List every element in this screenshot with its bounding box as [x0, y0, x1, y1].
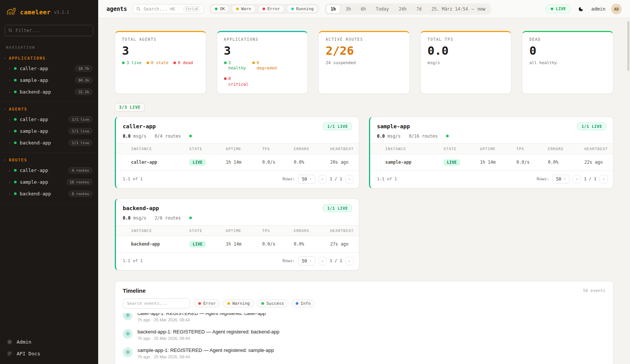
- degraded-dot: [252, 61, 255, 64]
- pager-next-button[interactable]: ›: [345, 175, 354, 183]
- sidebar-item-agents-backend-app[interactable]: › backend-app 1/1 live: [0, 137, 98, 149]
- chevron-down-icon: ▾: [4, 107, 6, 111]
- sidebar-item-label: backend-app: [20, 140, 51, 146]
- rows-per-page-select[interactable]: 50 ▾: [298, 256, 315, 266]
- pager-next-button[interactable]: ›: [345, 257, 354, 265]
- table-row[interactable]: backend-app LIVE 1h 14m 0.0/s 0.0% 27s a…: [116, 236, 359, 252]
- pager-prev-button[interactable]: ‹: [318, 175, 327, 183]
- chevron-down-icon: ▾: [564, 177, 566, 181]
- sidebar-item-api-docs[interactable]: API Docs: [7, 351, 91, 356]
- chevron-down-icon: ▾: [310, 177, 312, 181]
- sidebar-item-routes-backend-app[interactable]: › backend-app 6 routes: [0, 188, 98, 200]
- time-range-1h[interactable]: 1h: [326, 5, 340, 14]
- severity-filter-info[interactable]: Info: [291, 299, 315, 307]
- item-count-badge: 6 routes: [68, 190, 93, 197]
- time-range-6h[interactable]: 6h: [356, 5, 371, 14]
- event-list[interactable]: caller-app-1: REGISTERED — Agent registe…: [115, 313, 613, 364]
- search-icon: [8, 28, 13, 33]
- status-filter-error[interactable]: Error: [258, 5, 284, 13]
- error-status-dot: [262, 8, 265, 10]
- sidebar-item-label: backend-app: [20, 191, 51, 197]
- state-badge: LIVE: [189, 159, 206, 166]
- time-range-3h[interactable]: 3h: [341, 5, 355, 14]
- event-row: caller-app-1: REGISTERED — Agent registe…: [123, 362, 605, 364]
- event-title: caller-app-1: REGISTERED — Agent registe…: [137, 313, 266, 316]
- breakdown-live: 3 live: [127, 60, 142, 65]
- live-badge[interactable]: LIVE: [546, 5, 571, 13]
- chevron-down-icon: ▾: [4, 56, 6, 60]
- result-range: 1-1 of 1: [377, 177, 397, 181]
- user-name: admin: [591, 6, 605, 12]
- stat-card-total-tps: TOTAL TPS 0.0 msg/s: [420, 31, 512, 94]
- stat-subtext: 24 suspended: [326, 60, 403, 65]
- app-name[interactable]: caller-app: [123, 123, 156, 129]
- page-scrollbar[interactable]: [627, 21, 629, 71]
- app-name[interactable]: sample-app: [377, 123, 410, 129]
- column-header: TPS: [258, 143, 290, 154]
- item-count-badge: 1/1 live: [68, 128, 93, 134]
- filter-input[interactable]: [5, 25, 93, 36]
- info-dot: [296, 302, 298, 305]
- avatar[interactable]: AD: [611, 4, 622, 14]
- rows-per-page-select[interactable]: 50 ▾: [552, 175, 570, 184]
- sidebar-item-label: caller-app: [20, 66, 48, 71]
- sidebar-item-agents-sample-app[interactable]: › sample-app 1/1 live: [0, 125, 98, 137]
- nav-section-applications: ▾ APPLICATIONS › caller-app 10.7k › samp…: [0, 51, 98, 102]
- app-name[interactable]: backend-app: [123, 205, 159, 211]
- time-range-today[interactable]: Today: [371, 5, 394, 14]
- admin-label: Admin: [17, 339, 31, 345]
- theme-toggle[interactable]: [576, 5, 585, 14]
- status-filter-warn[interactable]: Warn: [232, 5, 256, 13]
- app-logo[interactable]: cameleer v3.2.1: [0, 0, 98, 23]
- sidebar-item-admin[interactable]: Admin: [7, 339, 91, 345]
- chevron-right-icon: ›: [8, 66, 11, 71]
- severity-filter-success[interactable]: Success: [257, 299, 288, 307]
- api-docs-label: API Docs: [17, 351, 40, 356]
- section-header-applications[interactable]: ▾ APPLICATIONS: [0, 54, 98, 63]
- stat-value: 2/26: [326, 45, 403, 57]
- uptime-cell: 1h 14m: [476, 154, 513, 170]
- pager-prev-button[interactable]: ‹: [573, 175, 581, 183]
- sidebar-item-routes-sample-app[interactable]: › sample-app 16 routes: [0, 176, 98, 188]
- chevron-right-icon: ›: [602, 177, 605, 182]
- table-row[interactable]: caller-app LIVE 1h 14m 0.0/s 0.0% 20s ag…: [116, 154, 359, 170]
- app-cards-grid: caller-app 1/1 LIVE 0.0 msg/s 0/4 routes…: [115, 117, 613, 270]
- status-filter-ok[interactable]: OK: [210, 5, 229, 13]
- topbar: agents Ctrl+K OK Warn Error Running: [98, 0, 630, 18]
- pager-prev-button[interactable]: ‹: [318, 257, 327, 265]
- sidebar-item-label: sample-app: [20, 77, 48, 83]
- chevron-right-icon: ›: [8, 140, 11, 146]
- section-header-routes[interactable]: ▾ ROUTES: [0, 156, 98, 164]
- sidebar-item-routes-caller-app[interactable]: › caller-app 4 routes: [0, 164, 98, 176]
- stat-label: ACTIVE ROUTES: [326, 37, 403, 41]
- severity-filter-warning[interactable]: Warning: [223, 299, 254, 307]
- status-dot: [14, 67, 17, 70]
- time-range-7d[interactable]: 7d: [412, 5, 426, 14]
- event-meta: 7h ago · 25 Mar 2026, 08:44: [137, 355, 274, 359]
- status-filter-running[interactable]: Running: [287, 5, 318, 13]
- section-label: AGENTS: [9, 107, 27, 111]
- rows-per-page-value: 50: [556, 177, 561, 182]
- time-range-24h[interactable]: 24h: [394, 5, 411, 14]
- column-header: UPTIME: [222, 225, 258, 236]
- pager-next-button[interactable]: ›: [599, 175, 608, 183]
- stat-cards-row: TOTAL AGENTS 3 3 live 0 stale 0 dead APP…: [115, 31, 613, 94]
- errors-cell: 0.0%: [544, 154, 581, 170]
- sidebar-item-applications-backend-app[interactable]: › backend-app 32.2k: [0, 86, 98, 98]
- event-search-input[interactable]: [123, 298, 190, 309]
- search-input[interactable]: [144, 6, 181, 12]
- routes-count: 2/6 routes: [154, 215, 181, 221]
- chevron-right-icon: ›: [348, 258, 351, 264]
- table-row[interactable]: sample-app LIVE 1h 14m 0.0/s 0.0% 22s ag…: [370, 154, 613, 170]
- rows-per-page-select[interactable]: 50 ▾: [298, 175, 315, 184]
- throughput-value: 0.0: [123, 215, 131, 221]
- severity-filter-error[interactable]: Error: [194, 299, 220, 307]
- column-header: UPTIME: [476, 143, 513, 154]
- result-range: 1-1 of 1: [123, 177, 143, 181]
- section-header-agents[interactable]: ▾ AGENTS: [0, 105, 98, 114]
- state-badge: LIVE: [189, 241, 206, 247]
- sidebar-item-agents-caller-app[interactable]: › caller-app 1/1 live: [0, 114, 98, 125]
- sidebar-item-applications-sample-app[interactable]: › sample-app 84.1k: [0, 74, 98, 86]
- rows-per-page-value: 50: [302, 177, 307, 182]
- sidebar-item-applications-caller-app[interactable]: › caller-app 10.7k: [0, 63, 98, 74]
